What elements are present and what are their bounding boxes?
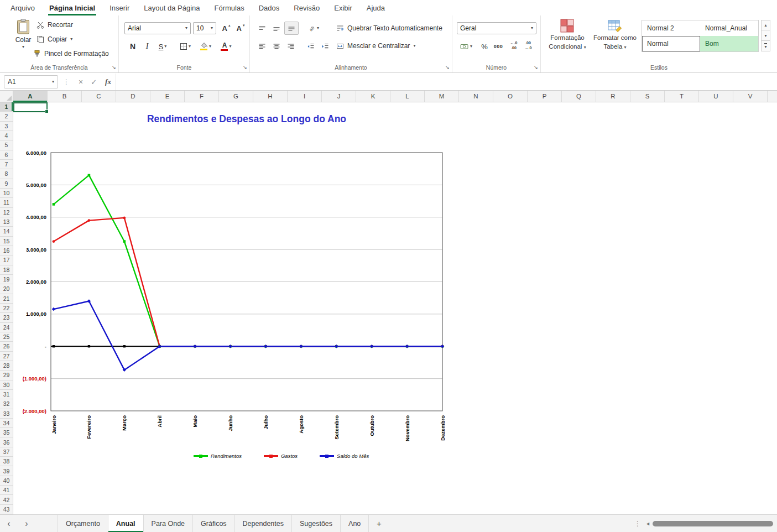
decrease-decimal-button[interactable]: .00 →.0 xyxy=(522,41,534,51)
dialog-launcher-icon[interactable]: ↘ xyxy=(112,65,116,70)
row-header-3[interactable]: 3 xyxy=(0,122,13,131)
scrollbar-thumb[interactable] xyxy=(653,521,773,526)
column-header-f[interactable]: F xyxy=(185,91,219,102)
sheet-tab-ano[interactable]: Ano xyxy=(341,515,369,532)
column-header-u[interactable]: U xyxy=(699,91,733,102)
column-header-a[interactable]: A xyxy=(13,91,48,102)
row-header-35[interactable]: 35 xyxy=(0,428,13,437)
conditional-formatting-button[interactable]: Formatação Condicional ▾ xyxy=(544,19,591,51)
row-header-17[interactable]: 17 xyxy=(0,255,13,265)
column-header-h[interactable]: H xyxy=(253,91,288,102)
menu-tab-exibir[interactable]: Exibir xyxy=(327,0,359,15)
horizontal-scrollbar[interactable]: ⋮ ◄ xyxy=(634,515,777,532)
row-header-11[interactable]: 11 xyxy=(0,198,13,207)
row-header-23[interactable]: 23 xyxy=(0,313,13,322)
selected-cell[interactable] xyxy=(13,102,48,112)
row-header-22[interactable]: 22 xyxy=(0,304,13,313)
enter-icon[interactable]: ✓ xyxy=(91,78,97,86)
row-header-9[interactable]: 9 xyxy=(0,179,13,189)
menu-tab-revisao[interactable]: Revisão xyxy=(286,0,327,15)
row-header-6[interactable]: 6 xyxy=(0,150,13,160)
style-normal[interactable]: Normal xyxy=(642,36,700,51)
sheet-tab-orcamento[interactable]: Orçamento xyxy=(58,515,108,532)
row-header-18[interactable]: 18 xyxy=(0,265,13,275)
column-header-n[interactable]: N xyxy=(459,91,493,102)
paste-button[interactable]: Colar ▾ xyxy=(11,18,35,49)
align-top-button[interactable] xyxy=(255,22,269,35)
menu-tab-formulas[interactable]: Fórmulas xyxy=(207,0,252,15)
add-sheet-button[interactable]: + xyxy=(369,515,389,532)
row-header-41[interactable]: 41 xyxy=(0,486,13,495)
column-header-v[interactable]: V xyxy=(733,91,768,102)
row-header-10[interactable]: 10 xyxy=(0,189,13,198)
row-header-37[interactable]: 37 xyxy=(0,447,13,457)
row-header-33[interactable]: 33 xyxy=(0,409,13,419)
row-header-16[interactable]: 16 xyxy=(0,246,13,255)
menu-tab-layout-da-pagina[interactable]: Layout da Página xyxy=(137,0,207,15)
row-header-21[interactable]: 21 xyxy=(0,294,13,304)
formula-bar-handle-icon[interactable]: ⋮ xyxy=(63,78,70,86)
align-right-button[interactable] xyxy=(284,40,298,53)
gallery-up-button[interactable]: ▴ xyxy=(761,20,770,30)
row-header-13[interactable]: 13 xyxy=(0,217,13,227)
column-header-d[interactable]: D xyxy=(116,91,150,102)
style-normal-2[interactable]: Normal 2 xyxy=(642,20,700,36)
name-box[interactable]: A1 ▾ xyxy=(4,75,58,88)
row-header-4[interactable]: 4 xyxy=(0,131,13,140)
column-header-c[interactable]: C xyxy=(82,91,116,102)
scroll-left-icon[interactable]: ◄ xyxy=(645,521,650,526)
row-header-24[interactable]: 24 xyxy=(0,323,13,332)
row-header-43[interactable]: 43 xyxy=(0,505,13,514)
formula-input[interactable] xyxy=(116,74,777,90)
row-header-27[interactable]: 27 xyxy=(0,352,13,361)
style-normal-anual[interactable]: Normal_Anual xyxy=(700,20,758,36)
row-header-8[interactable]: 8 xyxy=(0,169,13,179)
column-header-l[interactable]: L xyxy=(390,91,425,102)
format-as-table-button[interactable]: Formatar como Tabela ▾ xyxy=(592,19,638,51)
row-header-1[interactable]: 1 xyxy=(0,102,13,112)
shrink-font-button[interactable]: A▾ xyxy=(234,22,247,35)
number-format-select[interactable]: Geral ▾ xyxy=(457,22,536,34)
underline-button[interactable]: S ▾ xyxy=(154,40,171,53)
column-header-b[interactable]: B xyxy=(48,91,82,102)
bold-button[interactable]: N xyxy=(127,40,139,53)
row-header-25[interactable]: 25 xyxy=(0,332,13,342)
row-header-7[interactable]: 7 xyxy=(0,160,13,169)
column-header-p[interactable]: P xyxy=(528,91,562,102)
row-header-32[interactable]: 32 xyxy=(0,399,13,409)
row-header-26[interactable]: 26 xyxy=(0,342,13,351)
sheet-tab-anual[interactable]: Anual xyxy=(108,515,144,532)
gallery-down-button[interactable]: ▾ xyxy=(761,30,770,41)
column-header-j[interactable]: J xyxy=(322,91,356,102)
font-color-button[interactable]: A ▾ xyxy=(217,40,235,53)
tabs-prev-icon[interactable]: ‹ xyxy=(0,515,18,532)
sheet-tab-para-onde[interactable]: Para Onde xyxy=(144,515,193,532)
column-header-g[interactable]: G xyxy=(219,91,253,102)
column-header-q[interactable]: Q xyxy=(562,91,596,102)
align-bottom-button[interactable] xyxy=(284,22,299,35)
orientation-button[interactable]: ab ▾ xyxy=(304,22,323,35)
align-center-button[interactable] xyxy=(270,40,283,53)
format-painter-button[interactable]: Pincel de Formatação xyxy=(33,50,109,58)
percent-style-button[interactable]: % xyxy=(479,40,490,53)
align-middle-button[interactable] xyxy=(270,22,283,35)
align-left-button[interactable] xyxy=(255,40,269,53)
cells-area[interactable] xyxy=(13,102,777,514)
borders-button[interactable]: ▾ xyxy=(176,40,194,53)
comma-style-button[interactable]: 000 xyxy=(491,40,505,53)
cut-button[interactable]: Recortar xyxy=(36,21,73,29)
accounting-format-button[interactable]: ▾ xyxy=(457,40,476,53)
column-header-r[interactable]: R xyxy=(596,91,630,102)
more-dots-icon[interactable]: ⋮ xyxy=(634,520,641,528)
copy-button[interactable]: Copiar ▾ xyxy=(36,35,72,43)
fill-color-button[interactable]: ▾ xyxy=(196,40,215,53)
row-header-42[interactable]: 42 xyxy=(0,495,13,504)
select-all-corner[interactable] xyxy=(0,91,13,102)
cancel-icon[interactable]: × xyxy=(79,77,83,86)
row-header-28[interactable]: 28 xyxy=(0,361,13,371)
menu-tab-arquivo[interactable]: Arquivo xyxy=(3,0,42,15)
column-header-s[interactable]: S xyxy=(630,91,665,102)
decrease-indent-button[interactable] xyxy=(304,40,317,53)
column-header-i[interactable]: I xyxy=(288,91,322,102)
tabs-next-icon[interactable]: › xyxy=(18,515,35,532)
